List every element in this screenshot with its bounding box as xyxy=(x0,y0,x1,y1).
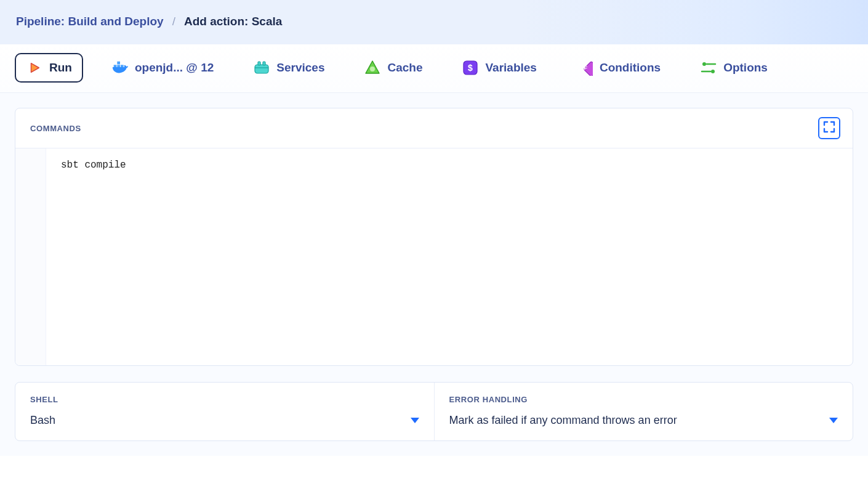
chevron-down-icon xyxy=(411,414,419,427)
tab-variables[interactable]: $ Variables xyxy=(451,53,547,83)
error-handling-select[interactable]: Mark as failed if any command throws an … xyxy=(449,414,838,427)
tab-conditions-label: Conditions xyxy=(600,61,661,75)
svg-marker-19 xyxy=(411,418,419,423)
breadcrumb-parent-link[interactable]: Pipeline: Build and Deploy xyxy=(16,15,164,28)
commands-panel-header: COMMANDS xyxy=(15,108,853,148)
svg-text:IF: IF xyxy=(582,65,588,71)
shell-value: Bash xyxy=(30,414,55,427)
shell-label: SHELL xyxy=(30,395,419,404)
breadcrumb-separator: / xyxy=(172,15,175,28)
svg-rect-6 xyxy=(258,62,260,65)
tab-run-label: Run xyxy=(49,61,72,75)
breadcrumb: Pipeline: Build and Deploy / Add action:… xyxy=(16,15,282,28)
tab-options[interactable]: Options xyxy=(689,53,779,83)
tab-environment-label: openjd... @ 12 xyxy=(135,61,214,75)
main-content: COMMANDS sbt compile SHELL Bash xyxy=(0,93,868,456)
chevron-down-icon xyxy=(829,414,838,427)
services-icon xyxy=(253,59,270,76)
svg-point-15 xyxy=(702,62,706,66)
shell-select[interactable]: Bash xyxy=(30,414,419,427)
tab-variables-label: Variables xyxy=(485,61,536,75)
svg-rect-5 xyxy=(255,65,268,73)
shell-cell: SHELL Bash xyxy=(15,383,434,440)
svg-marker-20 xyxy=(829,418,838,423)
tab-options-label: Options xyxy=(723,61,768,75)
breadcrumb-current: Add action: Scala xyxy=(184,15,282,28)
tab-conditions[interactable]: IF Conditions xyxy=(565,53,672,83)
tab-run[interactable]: Run xyxy=(15,53,83,83)
tabs-row: Run openjd... @ 12 Services xyxy=(0,44,868,93)
svg-rect-3 xyxy=(117,62,120,65)
code-editor[interactable]: sbt compile xyxy=(15,148,853,365)
fullscreen-icon xyxy=(823,121,835,136)
conditions-icon: IF xyxy=(576,59,593,76)
svg-marker-0 xyxy=(31,63,39,73)
code-text[interactable]: sbt compile xyxy=(46,148,853,365)
cache-icon xyxy=(364,59,381,76)
play-icon xyxy=(26,59,43,76)
page-header: Pipeline: Build and Deploy / Add action:… xyxy=(0,0,868,44)
svg-rect-7 xyxy=(263,62,265,65)
error-handling-label: ERROR HANDLING xyxy=(449,395,838,404)
shell-error-row: SHELL Bash ERROR HANDLING Mark as failed… xyxy=(15,382,853,441)
error-handling-cell: ERROR HANDLING Mark as failed if any com… xyxy=(434,383,853,440)
error-handling-value: Mark as failed if any command throws an … xyxy=(449,414,677,427)
tab-services-label: Services xyxy=(276,61,324,75)
svg-point-10 xyxy=(370,67,375,71)
svg-text:$: $ xyxy=(468,63,473,73)
code-gutter xyxy=(15,148,46,365)
docker-icon xyxy=(111,59,129,76)
variables-icon: $ xyxy=(462,59,479,76)
tab-cache-label: Cache xyxy=(387,61,422,75)
tab-cache[interactable]: Cache xyxy=(353,53,433,83)
expand-button[interactable] xyxy=(818,117,840,139)
commands-label: COMMANDS xyxy=(30,124,81,133)
options-icon xyxy=(700,59,717,76)
commands-panel: COMMANDS sbt compile xyxy=(15,108,853,366)
svg-point-17 xyxy=(711,70,715,73)
tab-environment[interactable]: openjd... @ 12 xyxy=(100,53,225,83)
tab-services[interactable]: Services xyxy=(242,53,336,83)
